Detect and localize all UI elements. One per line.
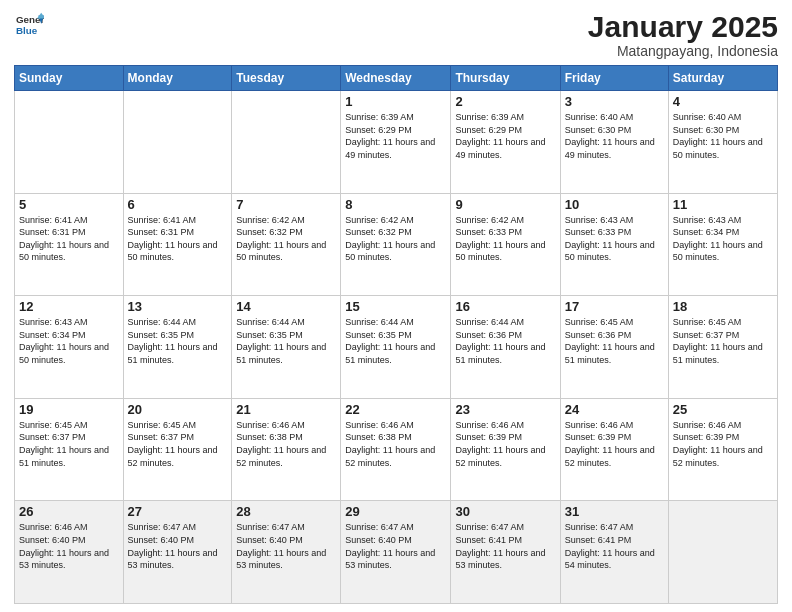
- day-header-sunday: Sunday: [15, 66, 124, 91]
- day-header-thursday: Thursday: [451, 66, 560, 91]
- day-info: Sunrise: 6:39 AM Sunset: 6:29 PM Dayligh…: [345, 111, 446, 161]
- calendar-cell: 5Sunrise: 6:41 AM Sunset: 6:31 PM Daylig…: [15, 193, 124, 296]
- day-header-saturday: Saturday: [668, 66, 777, 91]
- calendar-cell: 26Sunrise: 6:46 AM Sunset: 6:40 PM Dayli…: [15, 501, 124, 604]
- day-info: Sunrise: 6:46 AM Sunset: 6:38 PM Dayligh…: [345, 419, 446, 469]
- day-number: 22: [345, 402, 446, 417]
- calendar-cell: [668, 501, 777, 604]
- calendar-cell: 28Sunrise: 6:47 AM Sunset: 6:40 PM Dayli…: [232, 501, 341, 604]
- calendar-cell: 15Sunrise: 6:44 AM Sunset: 6:35 PM Dayli…: [341, 296, 451, 399]
- day-info: Sunrise: 6:42 AM Sunset: 6:32 PM Dayligh…: [345, 214, 446, 264]
- day-header-monday: Monday: [123, 66, 232, 91]
- logo-area: General Blue: [14, 10, 44, 42]
- day-number: 21: [236, 402, 336, 417]
- calendar-cell: 17Sunrise: 6:45 AM Sunset: 6:36 PM Dayli…: [560, 296, 668, 399]
- page: General Blue January 2025 Matangpayang, …: [0, 0, 792, 612]
- day-number: 2: [455, 94, 555, 109]
- day-info: Sunrise: 6:45 AM Sunset: 6:37 PM Dayligh…: [128, 419, 228, 469]
- calendar-cell: 19Sunrise: 6:45 AM Sunset: 6:37 PM Dayli…: [15, 398, 124, 501]
- title-area: January 2025 Matangpayang, Indonesia: [588, 10, 778, 59]
- calendar-cell: 27Sunrise: 6:47 AM Sunset: 6:40 PM Dayli…: [123, 501, 232, 604]
- day-header-wednesday: Wednesday: [341, 66, 451, 91]
- calendar-cell: 10Sunrise: 6:43 AM Sunset: 6:33 PM Dayli…: [560, 193, 668, 296]
- day-info: Sunrise: 6:46 AM Sunset: 6:38 PM Dayligh…: [236, 419, 336, 469]
- day-header-friday: Friday: [560, 66, 668, 91]
- calendar-cell: 20Sunrise: 6:45 AM Sunset: 6:37 PM Dayli…: [123, 398, 232, 501]
- day-number: 23: [455, 402, 555, 417]
- day-number: 26: [19, 504, 119, 519]
- calendar-cell: 3Sunrise: 6:40 AM Sunset: 6:30 PM Daylig…: [560, 91, 668, 194]
- day-header-tuesday: Tuesday: [232, 66, 341, 91]
- day-number: 14: [236, 299, 336, 314]
- month-title: January 2025: [588, 10, 778, 43]
- calendar-cell: 25Sunrise: 6:46 AM Sunset: 6:39 PM Dayli…: [668, 398, 777, 501]
- calendar-cell: 11Sunrise: 6:43 AM Sunset: 6:34 PM Dayli…: [668, 193, 777, 296]
- day-info: Sunrise: 6:47 AM Sunset: 6:40 PM Dayligh…: [236, 521, 336, 571]
- day-info: Sunrise: 6:47 AM Sunset: 6:41 PM Dayligh…: [455, 521, 555, 571]
- logo: General Blue: [14, 10, 44, 42]
- day-number: 25: [673, 402, 773, 417]
- calendar-cell: 23Sunrise: 6:46 AM Sunset: 6:39 PM Dayli…: [451, 398, 560, 501]
- calendar-cell: 12Sunrise: 6:43 AM Sunset: 6:34 PM Dayli…: [15, 296, 124, 399]
- day-number: 18: [673, 299, 773, 314]
- day-number: 9: [455, 197, 555, 212]
- calendar-cell: 9Sunrise: 6:42 AM Sunset: 6:33 PM Daylig…: [451, 193, 560, 296]
- day-number: 5: [19, 197, 119, 212]
- day-info: Sunrise: 6:41 AM Sunset: 6:31 PM Dayligh…: [128, 214, 228, 264]
- day-number: 4: [673, 94, 773, 109]
- day-number: 11: [673, 197, 773, 212]
- calendar-cell: [232, 91, 341, 194]
- day-number: 17: [565, 299, 664, 314]
- calendar-cell: 16Sunrise: 6:44 AM Sunset: 6:36 PM Dayli…: [451, 296, 560, 399]
- header: General Blue January 2025 Matangpayang, …: [14, 10, 778, 59]
- day-info: Sunrise: 6:45 AM Sunset: 6:36 PM Dayligh…: [565, 316, 664, 366]
- day-info: Sunrise: 6:46 AM Sunset: 6:40 PM Dayligh…: [19, 521, 119, 571]
- calendar-cell: [15, 91, 124, 194]
- calendar-cell: [123, 91, 232, 194]
- day-number: 29: [345, 504, 446, 519]
- week-row-2: 5Sunrise: 6:41 AM Sunset: 6:31 PM Daylig…: [15, 193, 778, 296]
- day-number: 30: [455, 504, 555, 519]
- day-number: 6: [128, 197, 228, 212]
- day-info: Sunrise: 6:41 AM Sunset: 6:31 PM Dayligh…: [19, 214, 119, 264]
- calendar-cell: 1Sunrise: 6:39 AM Sunset: 6:29 PM Daylig…: [341, 91, 451, 194]
- day-info: Sunrise: 6:46 AM Sunset: 6:39 PM Dayligh…: [565, 419, 664, 469]
- day-header-row: SundayMondayTuesdayWednesdayThursdayFrid…: [15, 66, 778, 91]
- calendar-cell: 22Sunrise: 6:46 AM Sunset: 6:38 PM Dayli…: [341, 398, 451, 501]
- day-info: Sunrise: 6:46 AM Sunset: 6:39 PM Dayligh…: [455, 419, 555, 469]
- calendar-cell: 6Sunrise: 6:41 AM Sunset: 6:31 PM Daylig…: [123, 193, 232, 296]
- calendar-cell: 14Sunrise: 6:44 AM Sunset: 6:35 PM Dayli…: [232, 296, 341, 399]
- day-number: 1: [345, 94, 446, 109]
- day-info: Sunrise: 6:43 AM Sunset: 6:34 PM Dayligh…: [673, 214, 773, 264]
- day-number: 16: [455, 299, 555, 314]
- day-info: Sunrise: 6:43 AM Sunset: 6:33 PM Dayligh…: [565, 214, 664, 264]
- day-number: 20: [128, 402, 228, 417]
- day-info: Sunrise: 6:42 AM Sunset: 6:32 PM Dayligh…: [236, 214, 336, 264]
- calendar-cell: 4Sunrise: 6:40 AM Sunset: 6:30 PM Daylig…: [668, 91, 777, 194]
- calendar-cell: 21Sunrise: 6:46 AM Sunset: 6:38 PM Dayli…: [232, 398, 341, 501]
- week-row-3: 12Sunrise: 6:43 AM Sunset: 6:34 PM Dayli…: [15, 296, 778, 399]
- day-number: 7: [236, 197, 336, 212]
- day-info: Sunrise: 6:44 AM Sunset: 6:36 PM Dayligh…: [455, 316, 555, 366]
- day-info: Sunrise: 6:40 AM Sunset: 6:30 PM Dayligh…: [565, 111, 664, 161]
- calendar-cell: 24Sunrise: 6:46 AM Sunset: 6:39 PM Dayli…: [560, 398, 668, 501]
- calendar-cell: 29Sunrise: 6:47 AM Sunset: 6:40 PM Dayli…: [341, 501, 451, 604]
- day-number: 3: [565, 94, 664, 109]
- week-row-5: 26Sunrise: 6:46 AM Sunset: 6:40 PM Dayli…: [15, 501, 778, 604]
- day-number: 12: [19, 299, 119, 314]
- day-number: 31: [565, 504, 664, 519]
- day-number: 19: [19, 402, 119, 417]
- day-info: Sunrise: 6:46 AM Sunset: 6:39 PM Dayligh…: [673, 419, 773, 469]
- calendar-cell: 7Sunrise: 6:42 AM Sunset: 6:32 PM Daylig…: [232, 193, 341, 296]
- day-info: Sunrise: 6:43 AM Sunset: 6:34 PM Dayligh…: [19, 316, 119, 366]
- calendar-table: SundayMondayTuesdayWednesdayThursdayFrid…: [14, 65, 778, 604]
- day-number: 27: [128, 504, 228, 519]
- svg-text:Blue: Blue: [16, 25, 38, 36]
- day-info: Sunrise: 6:47 AM Sunset: 6:40 PM Dayligh…: [128, 521, 228, 571]
- week-row-1: 1Sunrise: 6:39 AM Sunset: 6:29 PM Daylig…: [15, 91, 778, 194]
- day-info: Sunrise: 6:45 AM Sunset: 6:37 PM Dayligh…: [19, 419, 119, 469]
- day-number: 28: [236, 504, 336, 519]
- calendar-cell: 13Sunrise: 6:44 AM Sunset: 6:35 PM Dayli…: [123, 296, 232, 399]
- calendar-cell: 18Sunrise: 6:45 AM Sunset: 6:37 PM Dayli…: [668, 296, 777, 399]
- day-info: Sunrise: 6:42 AM Sunset: 6:33 PM Dayligh…: [455, 214, 555, 264]
